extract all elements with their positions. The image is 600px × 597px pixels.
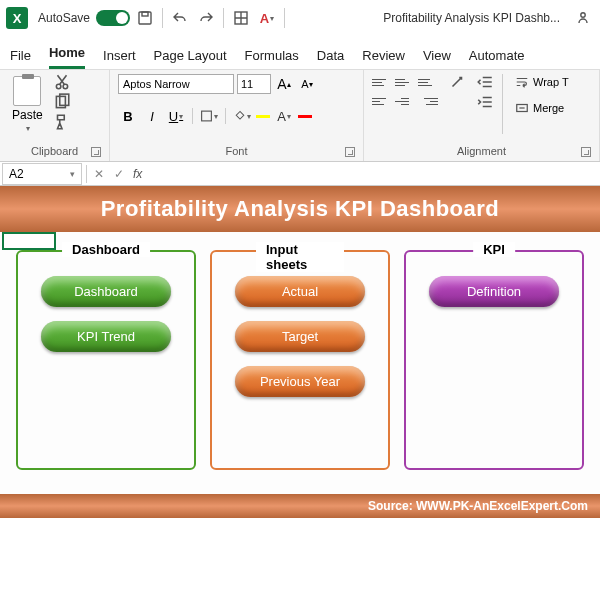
svg-rect-1 (142, 12, 148, 16)
panel-title: Input sheets (256, 242, 344, 272)
svg-rect-8 (202, 111, 212, 121)
enter-formula-icon[interactable]: ✓ (109, 167, 129, 181)
tab-data[interactable]: Data (317, 42, 344, 69)
paste-label: Paste (12, 108, 43, 122)
separator (284, 8, 285, 28)
previous-year-button[interactable]: Previous Year (235, 366, 365, 397)
font-name-select[interactable] (118, 74, 234, 94)
filename[interactable]: Profitability Analysis KPI Dashb... (383, 11, 560, 25)
tab-view[interactable]: View (423, 42, 451, 69)
svg-point-3 (581, 13, 585, 17)
fill-color-swatch (256, 115, 270, 118)
ribbon: Paste ▾ Clipboard A▴ A▾ B I U▾ (0, 70, 600, 162)
font-group-label: Font (225, 145, 247, 157)
name-box[interactable]: A2▾ (2, 163, 82, 185)
separator (502, 74, 503, 134)
font-size-select[interactable] (237, 74, 271, 94)
dashboard-button[interactable]: Dashboard (41, 276, 171, 307)
tab-file[interactable]: File (10, 42, 31, 69)
borders-button[interactable]: ▾ (199, 106, 219, 126)
paste-icon (13, 76, 41, 106)
cut-icon[interactable] (53, 74, 71, 90)
orientation-button[interactable] (448, 74, 466, 90)
group-font: A▴ A▾ B I U▾ ▾ ▾ A▾ Font (110, 70, 364, 161)
italic-button[interactable]: I (142, 106, 162, 126)
share-icon[interactable] (572, 7, 594, 29)
align-center-button[interactable] (395, 93, 415, 109)
align-top-button[interactable] (372, 74, 392, 90)
undo-icon[interactable] (169, 7, 191, 29)
group-clipboard: Paste ▾ Clipboard (0, 70, 110, 161)
increase-indent-button[interactable] (476, 94, 494, 110)
tab-insert[interactable]: Insert (103, 42, 136, 69)
title-bar: AutoSave A▾ Profitability Analysis KPI D… (0, 0, 600, 36)
merge-button[interactable]: Merge (511, 100, 573, 116)
align-right-button[interactable] (418, 93, 438, 109)
separator (225, 108, 226, 124)
formula-input[interactable] (146, 163, 600, 185)
worksheet[interactable]: Profitability Analysis KPI Dashboard Das… (0, 186, 600, 518)
dialog-launcher-icon[interactable] (345, 147, 355, 157)
actual-button[interactable]: Actual (235, 276, 365, 307)
tab-formulas[interactable]: Formulas (245, 42, 299, 69)
wrap-text-button[interactable]: Wrap T (511, 74, 573, 90)
save-icon[interactable] (134, 7, 156, 29)
align-bottom-button[interactable] (418, 74, 438, 90)
dashboard-graphic: Profitability Analysis KPI Dashboard Das… (0, 186, 600, 518)
svg-point-4 (56, 84, 61, 89)
align-middle-button[interactable] (395, 74, 415, 90)
paste-button[interactable]: Paste ▾ (8, 74, 47, 135)
underline-button[interactable]: U▾ (166, 106, 186, 126)
borders-icon[interactable] (230, 7, 252, 29)
panel-title: Dashboard (62, 242, 150, 257)
group-alignment: Wrap T Merge Alignment (364, 70, 600, 161)
dialog-launcher-icon[interactable] (91, 147, 101, 157)
dashboard-title: Profitability Analysis KPI Dashboard (0, 186, 600, 232)
ribbon-tabs: File Home Insert Page Layout Formulas Da… (0, 36, 600, 70)
separator (223, 8, 224, 28)
panel-dashboard: Dashboard Dashboard KPI Trend (16, 250, 196, 470)
copy-icon[interactable] (53, 94, 71, 110)
font-color-swatch (298, 115, 312, 118)
separator (192, 108, 193, 124)
svg-point-5 (63, 84, 68, 89)
tab-home[interactable]: Home (49, 39, 85, 69)
kpi-trend-button[interactable]: KPI Trend (41, 321, 171, 352)
selected-cell[interactable] (2, 232, 56, 250)
definition-button[interactable]: Definition (429, 276, 559, 307)
shrink-font-button[interactable]: A▾ (297, 74, 317, 94)
fx-label[interactable]: fx (129, 167, 146, 181)
target-button[interactable]: Target (235, 321, 365, 352)
chevron-down-icon: ▾ (26, 124, 30, 133)
tab-page-layout[interactable]: Page Layout (154, 42, 227, 69)
separator (162, 8, 163, 28)
alignment-group-label: Alignment (457, 145, 506, 157)
decrease-indent-button[interactable] (476, 74, 494, 90)
align-left-button[interactable] (372, 93, 392, 109)
svg-rect-0 (139, 12, 151, 24)
source-label: Source: WWW.PK-AnExcelExpert.Com (0, 494, 600, 518)
cancel-formula-icon[interactable]: ✕ (89, 167, 109, 181)
grow-font-button[interactable]: A▴ (274, 74, 294, 94)
formula-bar: A2▾ ✕ ✓ fx (0, 162, 600, 186)
autosave-label: AutoSave (38, 11, 90, 25)
redo-icon[interactable] (195, 7, 217, 29)
panel-title: KPI (473, 242, 515, 257)
bold-button[interactable]: B (118, 106, 138, 126)
tab-review[interactable]: Review (362, 42, 405, 69)
fill-color-button[interactable]: ▾ (232, 106, 252, 126)
format-painter-icon[interactable] (53, 114, 71, 130)
separator (86, 165, 87, 183)
clipboard-group-label: Clipboard (31, 145, 78, 157)
tab-automate[interactable]: Automate (469, 42, 525, 69)
font-color-qat-icon[interactable]: A▾ (256, 7, 278, 29)
dialog-launcher-icon[interactable] (581, 147, 591, 157)
excel-icon (6, 7, 28, 29)
font-color-button[interactable]: A▾ (274, 106, 294, 126)
panel-kpi: KPI Definition (404, 250, 584, 470)
autosave-toggle[interactable] (96, 10, 130, 26)
panel-input-sheets: Input sheets Actual Target Previous Year (210, 250, 390, 470)
